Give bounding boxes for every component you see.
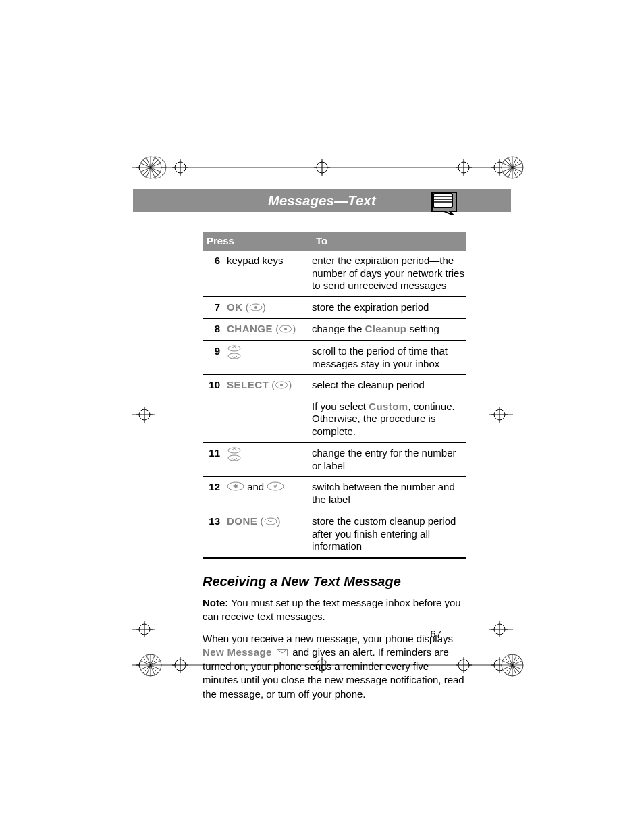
softkey-label: SELECT (227, 379, 269, 390)
page-number: 67 (430, 628, 441, 640)
screen-text: Custom (369, 400, 408, 412)
svg-text:#: # (274, 483, 277, 490)
step-number: 6 (203, 251, 227, 297)
desc-cell: change the Cleanup setting (312, 319, 466, 340)
table-row: 7 OK () store the expiration period (203, 297, 466, 319)
press-cell: CHANGE () (227, 319, 312, 340)
table-header-row: Press To (203, 232, 466, 251)
ok-key-icon (275, 380, 288, 392)
starburst-icon (500, 653, 525, 677)
scroll-up-down-icon (227, 345, 242, 363)
desc-cell: change the entry for the number or label (312, 442, 466, 477)
table-row: 11 change the entry for the number or la… (203, 442, 466, 477)
table-row: 12 ✱ and # switch between the number and… (203, 477, 466, 511)
table-row: 9 scroll to the period of time that mess… (203, 340, 466, 375)
note-paragraph: Note: You must set up the text message i… (203, 596, 466, 624)
envelope-icon (277, 646, 288, 660)
scroll-up-down-icon (227, 447, 242, 465)
col-header-to: To (312, 232, 466, 251)
col-header-press: Press (203, 232, 312, 251)
step-number: 13 (203, 511, 227, 558)
table-row: 13 DONE () store the custom cleanup peri… (203, 511, 466, 558)
svg-rect-89 (433, 194, 452, 207)
svg-point-96 (284, 328, 287, 330)
press-cell: ✱ and # (227, 477, 312, 511)
star-key-icon: ✱ (227, 481, 244, 494)
desc-cell: scroll to the period of time that messag… (312, 340, 466, 375)
desc-cell: store the expiration period (312, 297, 466, 319)
softkey-label: DONE (227, 515, 257, 527)
step-number: 10 (203, 375, 227, 396)
step-number: 9 (203, 340, 227, 375)
press-cell: SELECT () (227, 375, 312, 396)
table-row: 8 CHANGE () change the Cleanup setting (203, 319, 466, 340)
step-number: 7 (203, 297, 227, 319)
svg-text:✱: ✱ (233, 483, 238, 490)
desc-cell: enter the expiration period—the number o… (312, 251, 466, 297)
body-paragraph: When you receive a new message, your pho… (203, 632, 466, 701)
screen-text: New Message (203, 646, 272, 658)
note-label: Note: (203, 597, 228, 608)
messages-icon (429, 188, 459, 215)
table-row: 6 keypad keys enter the expiration perio… (203, 251, 466, 297)
section-heading: Receiving a New Text Message (203, 574, 466, 590)
press-cell: OK () (227, 297, 312, 319)
press-cell: DONE () (227, 511, 312, 558)
desc-cell: select the cleanup period (312, 375, 466, 396)
steps-table: Press To 6 keypad keys enter the expirat… (203, 232, 466, 559)
done-key-icon (264, 516, 277, 529)
desc-cell: store the custom cleanup period after yo… (312, 511, 466, 558)
hash-key-icon: # (267, 481, 284, 494)
svg-point-100 (280, 384, 283, 386)
softkey-label: OK (227, 301, 243, 313)
starburst-icon (500, 155, 525, 180)
ok-key-icon (279, 323, 292, 336)
svg-point-94 (254, 306, 257, 309)
screen-text: Cleanup (365, 323, 406, 334)
press-cell: keypad keys (227, 251, 312, 297)
press-cell (227, 340, 312, 375)
step-number: 11 (203, 442, 227, 477)
desc-cell: switch between the number and the label (312, 477, 466, 511)
starburst-icon (138, 155, 163, 180)
table-row: 10 SELECT () select the cleanup period (203, 375, 466, 396)
desc-cell: If you select Custom, continue. Otherwis… (312, 396, 466, 443)
table-row-continued: If you select Custom, continue. Otherwis… (203, 396, 466, 443)
softkey-label: CHANGE (227, 323, 273, 334)
step-number: 12 (203, 477, 227, 511)
starburst-icon (138, 653, 163, 677)
step-number: 8 (203, 319, 227, 340)
press-cell (227, 442, 312, 477)
chapter-title: Messages—Text (268, 193, 376, 209)
ok-key-icon (249, 302, 263, 315)
